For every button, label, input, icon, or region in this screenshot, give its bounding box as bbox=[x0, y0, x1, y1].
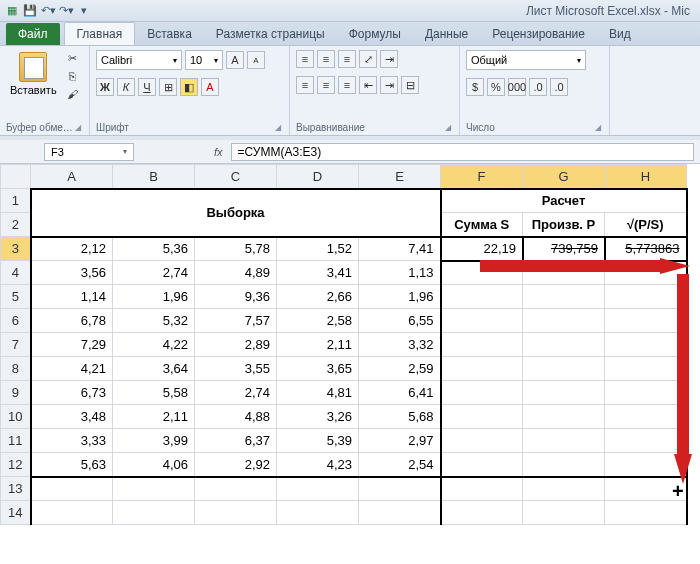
cell[interactable] bbox=[605, 357, 687, 381]
cell[interactable]: 2,12 bbox=[31, 237, 113, 261]
cell[interactable] bbox=[31, 501, 113, 525]
cell[interactable]: 5,32 bbox=[113, 309, 195, 333]
cell[interactable] bbox=[195, 501, 277, 525]
fx-icon[interactable]: fx bbox=[214, 146, 223, 158]
cell[interactable]: Сумма S bbox=[441, 213, 523, 237]
cell[interactable]: 6,55 bbox=[359, 309, 441, 333]
cell[interactable] bbox=[523, 477, 605, 501]
tab-review[interactable]: Рецензирование bbox=[480, 23, 597, 45]
number-format-combo[interactable]: Общий▾ bbox=[466, 50, 586, 70]
font-size-combo[interactable]: 10▾ bbox=[185, 50, 223, 70]
wrap-text-icon[interactable]: ⇥ bbox=[380, 50, 398, 68]
cell[interactable] bbox=[441, 477, 523, 501]
percent-format-icon[interactable]: % bbox=[487, 78, 505, 96]
cell[interactable] bbox=[441, 285, 523, 309]
cell[interactable] bbox=[31, 477, 113, 501]
cell[interactable]: 5,39 bbox=[277, 429, 359, 453]
cell[interactable] bbox=[605, 285, 687, 309]
cell[interactable]: 2,58 bbox=[277, 309, 359, 333]
copy-icon[interactable]: ⎘ bbox=[65, 68, 81, 84]
cell[interactable] bbox=[605, 501, 687, 525]
cell[interactable]: 3,55 bbox=[195, 357, 277, 381]
cell[interactable] bbox=[605, 309, 687, 333]
cell[interactable]: 4,06 bbox=[113, 453, 195, 477]
row-header[interactable]: 12 bbox=[1, 453, 31, 477]
cell[interactable]: 2,92 bbox=[195, 453, 277, 477]
namebox-dropdown-icon[interactable]: ▾ bbox=[123, 147, 127, 156]
cell[interactable]: 4,23 bbox=[277, 453, 359, 477]
cell[interactable]: 2,74 bbox=[113, 261, 195, 285]
tab-formulas[interactable]: Формулы bbox=[337, 23, 413, 45]
undo-icon[interactable]: ↶▾ bbox=[40, 3, 56, 19]
fill-color-button[interactable]: ◧ bbox=[180, 78, 198, 96]
cell[interactable] bbox=[113, 501, 195, 525]
row-header[interactable]: 11 bbox=[1, 429, 31, 453]
cell[interactable] bbox=[523, 453, 605, 477]
cell[interactable]: Произв. P bbox=[523, 213, 605, 237]
col-header[interactable]: D bbox=[277, 165, 359, 189]
row-header[interactable]: 7 bbox=[1, 333, 31, 357]
cell[interactable]: 1,52 bbox=[277, 237, 359, 261]
borders-button[interactable]: ⊞ bbox=[159, 78, 177, 96]
cell[interactable]: Выборка bbox=[31, 189, 441, 237]
cell[interactable]: 5,78 bbox=[195, 237, 277, 261]
cell[interactable]: 5,773863 bbox=[605, 237, 687, 261]
cell[interactable]: 4,89 bbox=[195, 261, 277, 285]
cell[interactable]: 3,64 bbox=[113, 357, 195, 381]
spreadsheet-grid[interactable]: A B C D E F G H 1 Выборка Расчет 2 Сумма… bbox=[0, 164, 688, 525]
cell[interactable] bbox=[605, 381, 687, 405]
cell[interactable] bbox=[523, 261, 605, 285]
cell[interactable] bbox=[523, 357, 605, 381]
cell[interactable] bbox=[441, 453, 523, 477]
tab-insert[interactable]: Вставка bbox=[135, 23, 204, 45]
qat-dropdown-icon[interactable]: ▾ bbox=[76, 3, 92, 19]
cell[interactable] bbox=[359, 477, 441, 501]
increase-font-icon[interactable]: A bbox=[226, 51, 244, 69]
cell[interactable]: 4,81 bbox=[277, 381, 359, 405]
cell[interactable]: 1,96 bbox=[359, 285, 441, 309]
cell[interactable] bbox=[441, 429, 523, 453]
row-header[interactable]: 3 bbox=[1, 237, 31, 261]
tab-file[interactable]: Файл bbox=[6, 23, 60, 45]
cell[interactable]: 6,78 bbox=[31, 309, 113, 333]
format-painter-icon[interactable]: 🖌 bbox=[65, 86, 81, 102]
cell[interactable] bbox=[605, 405, 687, 429]
cut-icon[interactable]: ✂ bbox=[65, 50, 81, 66]
cell[interactable]: 3,33 bbox=[31, 429, 113, 453]
cell[interactable] bbox=[441, 501, 523, 525]
underline-button[interactable]: Ч bbox=[138, 78, 156, 96]
number-launcher-icon[interactable]: ◢ bbox=[593, 123, 603, 132]
cell[interactable] bbox=[605, 477, 687, 501]
cell[interactable]: 2,54 bbox=[359, 453, 441, 477]
font-launcher-icon[interactable]: ◢ bbox=[273, 123, 283, 132]
cell[interactable] bbox=[441, 381, 523, 405]
cell[interactable]: 22,19 bbox=[441, 237, 523, 261]
cell[interactable] bbox=[277, 477, 359, 501]
font-name-combo[interactable]: Calibri▾ bbox=[96, 50, 182, 70]
cell[interactable] bbox=[523, 381, 605, 405]
cell[interactable]: 2,74 bbox=[195, 381, 277, 405]
cell[interactable] bbox=[605, 453, 687, 477]
cell[interactable]: 2,11 bbox=[113, 405, 195, 429]
cell[interactable] bbox=[441, 405, 523, 429]
cell[interactable]: 7,41 bbox=[359, 237, 441, 261]
tab-home[interactable]: Главная bbox=[64, 22, 136, 45]
row-header[interactable]: 4 bbox=[1, 261, 31, 285]
row-header[interactable]: 10 bbox=[1, 405, 31, 429]
cell[interactable]: 3,26 bbox=[277, 405, 359, 429]
align-top-icon[interactable]: ≡ bbox=[296, 50, 314, 68]
cell[interactable]: 5,68 bbox=[359, 405, 441, 429]
merge-icon[interactable]: ⊟ bbox=[401, 76, 419, 94]
cell[interactable]: 3,65 bbox=[277, 357, 359, 381]
cell[interactable]: 6,37 bbox=[195, 429, 277, 453]
align-bottom-icon[interactable]: ≡ bbox=[338, 50, 356, 68]
col-header[interactable]: G bbox=[523, 165, 605, 189]
align-center-icon[interactable]: ≡ bbox=[317, 76, 335, 94]
col-header[interactable]: B bbox=[113, 165, 195, 189]
cell[interactable] bbox=[605, 261, 687, 285]
comma-format-icon[interactable]: 000 bbox=[508, 78, 526, 96]
cell[interactable]: 1,14 bbox=[31, 285, 113, 309]
cell[interactable]: 7,29 bbox=[31, 333, 113, 357]
cell[interactable]: 2,11 bbox=[277, 333, 359, 357]
decrease-indent-icon[interactable]: ⇤ bbox=[359, 76, 377, 94]
